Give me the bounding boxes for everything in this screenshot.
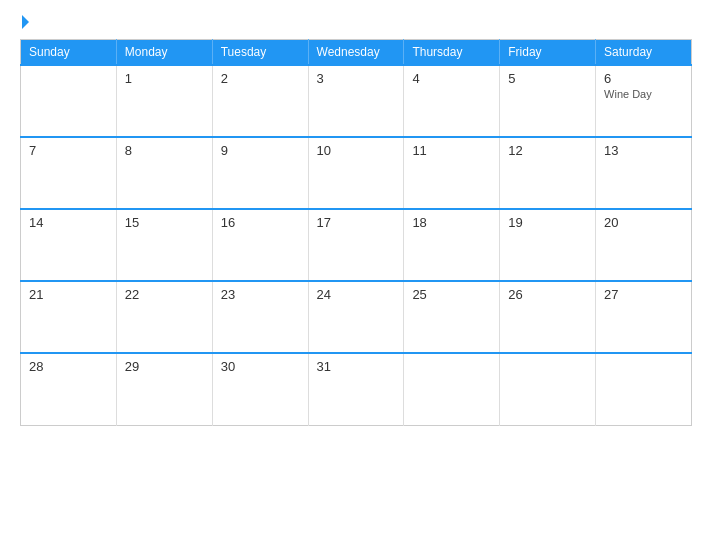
calendar-cell: 15 — [116, 209, 212, 281]
day-number: 7 — [29, 143, 108, 158]
logo-blue-text — [20, 15, 29, 29]
day-number: 30 — [221, 359, 300, 374]
calendar-cell — [596, 353, 692, 425]
calendar-header — [20, 15, 692, 29]
calendar-cell — [500, 353, 596, 425]
calendar-cell: 30 — [212, 353, 308, 425]
day-number: 1 — [125, 71, 204, 86]
week-row-5: 28293031 — [21, 353, 692, 425]
day-number: 12 — [508, 143, 587, 158]
week-row-2: 78910111213 — [21, 137, 692, 209]
day-number: 18 — [412, 215, 491, 230]
day-number: 3 — [317, 71, 396, 86]
calendar-cell: 7 — [21, 137, 117, 209]
day-number: 21 — [29, 287, 108, 302]
weekday-header-sunday: Sunday — [21, 40, 117, 66]
week-row-3: 14151617181920 — [21, 209, 692, 281]
calendar-cell: 24 — [308, 281, 404, 353]
day-number: 13 — [604, 143, 683, 158]
day-number: 6 — [604, 71, 683, 86]
calendar-cell — [404, 353, 500, 425]
day-number: 27 — [604, 287, 683, 302]
calendar-cell: 6Wine Day — [596, 65, 692, 137]
calendar-cell: 29 — [116, 353, 212, 425]
day-number: 28 — [29, 359, 108, 374]
calendar-cell — [21, 65, 117, 137]
day-number: 16 — [221, 215, 300, 230]
day-number: 29 — [125, 359, 204, 374]
logo — [20, 15, 29, 29]
day-number: 26 — [508, 287, 587, 302]
calendar-cell: 12 — [500, 137, 596, 209]
day-number: 9 — [221, 143, 300, 158]
weekday-header-tuesday: Tuesday — [212, 40, 308, 66]
day-number: 14 — [29, 215, 108, 230]
day-number: 24 — [317, 287, 396, 302]
calendar-cell: 19 — [500, 209, 596, 281]
calendar-cell: 23 — [212, 281, 308, 353]
calendar-cell: 14 — [21, 209, 117, 281]
day-number: 22 — [125, 287, 204, 302]
calendar-cell: 2 — [212, 65, 308, 137]
day-number: 10 — [317, 143, 396, 158]
calendar-cell: 10 — [308, 137, 404, 209]
day-number: 25 — [412, 287, 491, 302]
day-number: 17 — [317, 215, 396, 230]
calendar-cell: 5 — [500, 65, 596, 137]
weekday-header-friday: Friday — [500, 40, 596, 66]
weekday-header-row: SundayMondayTuesdayWednesdayThursdayFrid… — [21, 40, 692, 66]
logo-triangle-icon — [22, 15, 29, 29]
calendar-cell: 28 — [21, 353, 117, 425]
calendar-cell: 27 — [596, 281, 692, 353]
calendar-cell: 16 — [212, 209, 308, 281]
calendar-cell: 18 — [404, 209, 500, 281]
calendar-cell: 9 — [212, 137, 308, 209]
day-number: 31 — [317, 359, 396, 374]
day-number: 8 — [125, 143, 204, 158]
day-number: 2 — [221, 71, 300, 86]
calendar-cell: 1 — [116, 65, 212, 137]
calendar-cell: 3 — [308, 65, 404, 137]
calendar-container: SundayMondayTuesdayWednesdayThursdayFrid… — [0, 0, 712, 550]
calendar-cell: 26 — [500, 281, 596, 353]
calendar-cell: 4 — [404, 65, 500, 137]
day-number: 11 — [412, 143, 491, 158]
calendar-cell: 22 — [116, 281, 212, 353]
weekday-header-wednesday: Wednesday — [308, 40, 404, 66]
calendar-cell: 8 — [116, 137, 212, 209]
calendar-cell: 20 — [596, 209, 692, 281]
calendar-cell: 17 — [308, 209, 404, 281]
week-row-4: 21222324252627 — [21, 281, 692, 353]
calendar-cell: 31 — [308, 353, 404, 425]
holiday-name: Wine Day — [604, 88, 683, 100]
day-number: 23 — [221, 287, 300, 302]
weekday-header-saturday: Saturday — [596, 40, 692, 66]
day-number: 4 — [412, 71, 491, 86]
calendar-cell: 25 — [404, 281, 500, 353]
day-number: 19 — [508, 215, 587, 230]
day-number: 20 — [604, 215, 683, 230]
calendar-cell: 11 — [404, 137, 500, 209]
calendar-cell: 13 — [596, 137, 692, 209]
weekday-header-thursday: Thursday — [404, 40, 500, 66]
weekday-header-monday: Monday — [116, 40, 212, 66]
calendar-table: SundayMondayTuesdayWednesdayThursdayFrid… — [20, 39, 692, 426]
week-row-1: 123456Wine Day — [21, 65, 692, 137]
day-number: 15 — [125, 215, 204, 230]
calendar-cell: 21 — [21, 281, 117, 353]
day-number: 5 — [508, 71, 587, 86]
